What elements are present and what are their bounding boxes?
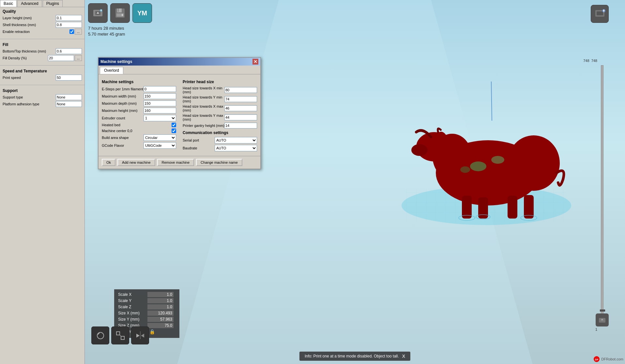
gcode-flavor-select[interactable]: UltiGCodeRepRap	[144, 142, 176, 149]
enable-retraction-checkbox[interactable]	[69, 29, 74, 34]
svg-point-11	[433, 134, 472, 179]
svg-rect-7	[122, 14, 123, 16]
bull-svg	[397, 65, 576, 228]
head-xmax-input[interactable]	[224, 105, 257, 111]
left-panel: Basic Advanced Plugins Quality Layer hei…	[0, 0, 85, 364]
svg-point-21	[460, 166, 470, 173]
size-x-label: Size X (mm)	[118, 311, 147, 315]
scale-x-input[interactable]	[147, 292, 174, 297]
top-toolbar: YM	[88, 3, 152, 23]
add-new-machine-btn[interactable]: Add new machine	[117, 159, 155, 166]
baudrate-field: Baudrate AUTO	[183, 145, 257, 151]
head-xmin-input[interactable]	[224, 87, 257, 93]
support-type-input[interactable]	[56, 94, 82, 100]
tab-bar: Basic Advanced Plugins	[0, 0, 84, 7]
serial-port-select[interactable]: AUTO	[215, 137, 257, 144]
size-z-input[interactable]	[147, 323, 174, 328]
save-gcode-btn[interactable]	[110, 3, 130, 23]
watermark: DF DFRobot.com	[593, 356, 623, 362]
scale-z-label: Scale Z	[118, 305, 147, 309]
size-y-row: Size Y (mm)	[118, 317, 175, 322]
info-message: Info: Print one at a time mode disabled.…	[305, 354, 399, 358]
svg-point-14	[508, 135, 560, 191]
svg-rect-5	[118, 8, 119, 12]
esteps-input[interactable]	[144, 86, 176, 92]
viewport[interactable]: YM 7 hours 28 minutes 5.70 meter 45 gram	[85, 0, 625, 364]
svg-rect-17	[508, 196, 517, 219]
print-stats: 5.70 meter 45 gram	[88, 31, 125, 37]
slider-thumb[interactable]	[600, 310, 605, 311]
size-y-input[interactable]	[147, 317, 174, 322]
platform-adhesion-label: Platform adhesion type	[3, 102, 56, 106]
slider-track[interactable]	[601, 65, 603, 325]
max-width-input[interactable]	[144, 93, 176, 99]
platform-adhesion-input[interactable]	[56, 101, 82, 107]
scale-y-row: Scale Y	[118, 298, 175, 303]
max-height-input[interactable]	[144, 108, 176, 114]
build-area-select[interactable]: CircularSquare	[144, 134, 176, 141]
gantry-height-field: Printer gantry height (mm)	[183, 123, 257, 129]
scale-y-input[interactable]	[147, 298, 174, 303]
svg-rect-9	[406, 189, 566, 222]
esteps-label: E-Steps per 1mm filament	[102, 87, 144, 91]
serial-port-field: Serial port AUTO	[183, 137, 257, 144]
baudrate-select[interactable]: AUTO	[215, 145, 257, 151]
scale-tool-btn[interactable]	[111, 326, 129, 344]
build-area-field: Build area shape CircularSquare	[102, 134, 176, 141]
svg-point-12	[416, 132, 452, 161]
svg-rect-32	[597, 11, 603, 15]
support-title: Support	[3, 88, 82, 93]
svg-point-8	[402, 186, 571, 225]
head-ymax-label: Head size towards Y max (mm)	[183, 114, 224, 121]
mirror-tool-btn[interactable]	[131, 326, 149, 344]
svg-text:DF: DF	[595, 358, 599, 361]
layer-height-input[interactable]	[56, 15, 82, 21]
fill-density-input[interactable]	[48, 55, 74, 61]
heated-bed-checkbox[interactable]	[172, 123, 176, 127]
printer-head-title: Printer head size	[183, 80, 257, 84]
scale-z-input[interactable]	[147, 304, 174, 310]
max-height-label: Maximum height (mm)	[102, 109, 144, 113]
bottom-right-tool-btn[interactable]	[596, 313, 609, 326]
dialog-close-btn[interactable]: ✕	[252, 59, 258, 65]
load-model-btn[interactable]	[88, 3, 108, 23]
shell-thickness-input[interactable]	[56, 22, 82, 28]
gantry-height-input[interactable]	[224, 123, 257, 129]
svg-rect-16	[478, 197, 488, 219]
scale-y-label: Scale Y	[118, 298, 147, 303]
head-ymin-input[interactable]	[224, 96, 257, 102]
rotate-tool-btn[interactable]	[91, 326, 109, 344]
svg-point-23	[459, 215, 475, 220]
fill-density-extra-btn[interactable]: ...	[75, 55, 82, 61]
lock-icon[interactable]: 🔒	[149, 329, 155, 334]
size-x-input[interactable]	[147, 311, 174, 316]
head-xmax-label: Head size towards X max (mm)	[183, 104, 224, 112]
ok-btn[interactable]: Ok	[102, 159, 115, 166]
machine-center-checkbox[interactable]	[172, 129, 176, 133]
watermark-text: DFRobot.com	[601, 357, 623, 361]
print-speed-input[interactable]	[56, 75, 82, 81]
remove-machine-btn[interactable]: Remove machine	[157, 159, 194, 166]
tab-basic[interactable]: Basic	[0, 0, 17, 7]
bottom-top-thickness-input[interactable]	[56, 48, 82, 54]
max-depth-input[interactable]	[144, 100, 176, 106]
ym-profile-btn[interactable]: YM	[132, 3, 152, 23]
head-ymax-input[interactable]	[224, 114, 257, 120]
tab-plugins[interactable]: Plugins	[43, 0, 63, 7]
tab-advanced[interactable]: Advanced	[17, 0, 42, 7]
max-width-label: Maximum width (mm)	[102, 94, 144, 98]
fill-density-row: Fill Density (%) ...	[3, 55, 82, 61]
bottom-right-icon-svg	[598, 315, 607, 325]
dialog-tab-overlord[interactable]: Overlord	[100, 67, 123, 74]
retraction-extra-btn[interactable]: ...	[75, 29, 82, 35]
head-ymin-label: Head size towards Y min (mm)	[183, 95, 224, 103]
info-close-btn[interactable]: X	[402, 354, 405, 359]
head-ymax-field: Head size towards Y max (mm)	[183, 114, 257, 121]
top-right-tool-btn[interactable]	[591, 5, 609, 23]
machine-settings-title: Machine settings	[102, 80, 176, 84]
change-machine-name-btn[interactable]: Change machine name	[196, 159, 242, 166]
layer-height-row: Layer height (mm)	[3, 15, 82, 21]
extruder-count-select[interactable]: 12	[144, 115, 176, 121]
max-depth-label: Maximum depth (mm)	[102, 101, 144, 105]
print-time: 7 hours 28 minutes	[88, 25, 125, 31]
